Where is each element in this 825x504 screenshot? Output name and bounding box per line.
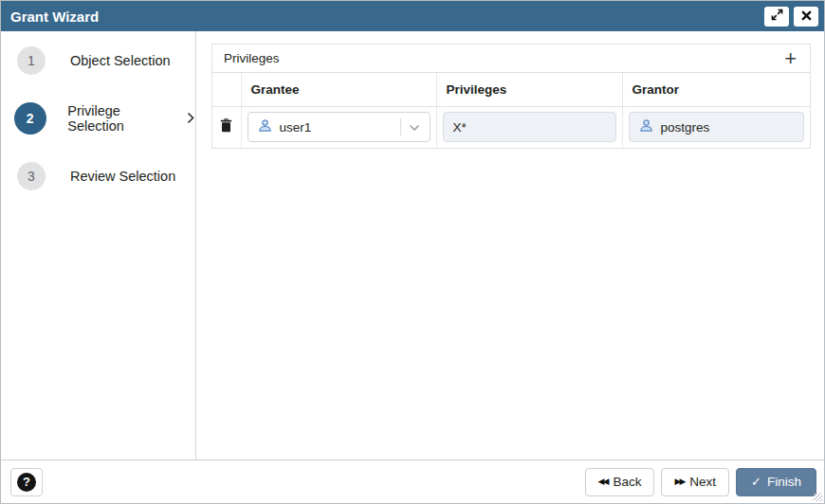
table-row: user1 — [212, 106, 810, 148]
add-privilege-button[interactable]: + — [782, 49, 798, 68]
column-header-grantor: Grantor — [622, 73, 810, 106]
step-privilege-selection[interactable]: 2 Privilege Selection — [13, 103, 195, 133]
delete-row-button[interactable] — [216, 117, 236, 137]
privileges-value: X* — [453, 120, 467, 135]
column-header-grantee: Grantee — [241, 73, 436, 106]
finish-button[interactable]: ✓ Finish — [736, 468, 816, 496]
help-icon: ? — [17, 473, 36, 492]
select-separator — [400, 118, 401, 135]
grant-wizard-dialog: Grant Wizard — [0, 0, 825, 504]
step-number-badge: 2 — [14, 102, 46, 135]
back-icon: ◀◀ — [598, 477, 608, 486]
step-object-selection[interactable]: 1 Object Selection — [13, 45, 195, 75]
step-label: Privilege Selection — [67, 103, 173, 134]
help-button[interactable]: ? — [10, 468, 43, 496]
panel-title: Privileges — [224, 51, 280, 65]
window-title: Grant Wizard — [10, 9, 99, 25]
table-header-row: Grantee Privileges Grantor — [212, 73, 810, 106]
maximize-icon — [771, 9, 783, 24]
titlebar-buttons — [764, 7, 818, 27]
grantor-value: postgres — [661, 120, 710, 135]
check-icon: ✓ — [751, 476, 761, 488]
privileges-panel: Privileges + Grantee Privileges — [211, 44, 811, 149]
next-button[interactable]: ▶▶ Next — [661, 468, 729, 496]
next-button-label: Next — [689, 475, 716, 489]
wizard-steps: 1 Object Selection 2 Privilege Selection… — [1, 31, 196, 459]
close-icon — [801, 9, 812, 24]
next-icon: ▶▶ — [674, 477, 684, 486]
trash-icon — [220, 121, 232, 135]
back-button[interactable]: ◀◀ Back — [585, 468, 655, 496]
back-button-label: Back — [613, 475, 641, 489]
grantor-field: postgres — [629, 112, 805, 142]
user-icon — [639, 118, 653, 135]
dialog-body: 1 Object Selection 2 Privilege Selection… — [1, 31, 824, 459]
privileges-panel-header: Privileges + — [212, 45, 810, 73]
maximize-button[interactable] — [764, 7, 789, 27]
dialog-footer: ? ◀◀ Back ▶▶ Next ✓ Finish — [1, 459, 824, 503]
grantee-value: user1 — [280, 120, 312, 135]
close-button[interactable] — [794, 7, 818, 27]
main-area: Privileges + Grantee Privileges — [196, 31, 824, 459]
resize-grip[interactable] — [814, 493, 822, 501]
step-label: Object Selection — [70, 53, 171, 68]
step-number-badge: 3 — [17, 162, 46, 190]
grantee-select[interactable]: user1 — [248, 112, 431, 142]
privileges-field[interactable]: X* — [443, 112, 616, 142]
titlebar: Grant Wizard — [1, 1, 824, 31]
chevron-right-icon — [187, 112, 195, 124]
privileges-table: Grantee Privileges Grantor — [212, 73, 810, 148]
column-header-delete — [212, 73, 241, 106]
column-header-privileges: Privileges — [436, 73, 622, 106]
chevron-down-icon — [409, 120, 420, 135]
step-number-badge: 1 — [17, 46, 46, 75]
finish-button-label: Finish — [767, 475, 801, 489]
plus-icon: + — [784, 46, 797, 70]
user-icon — [258, 118, 272, 135]
step-label: Review Selection — [70, 169, 175, 184]
step-review-selection[interactable]: 3 Review Selection — [13, 161, 195, 190]
